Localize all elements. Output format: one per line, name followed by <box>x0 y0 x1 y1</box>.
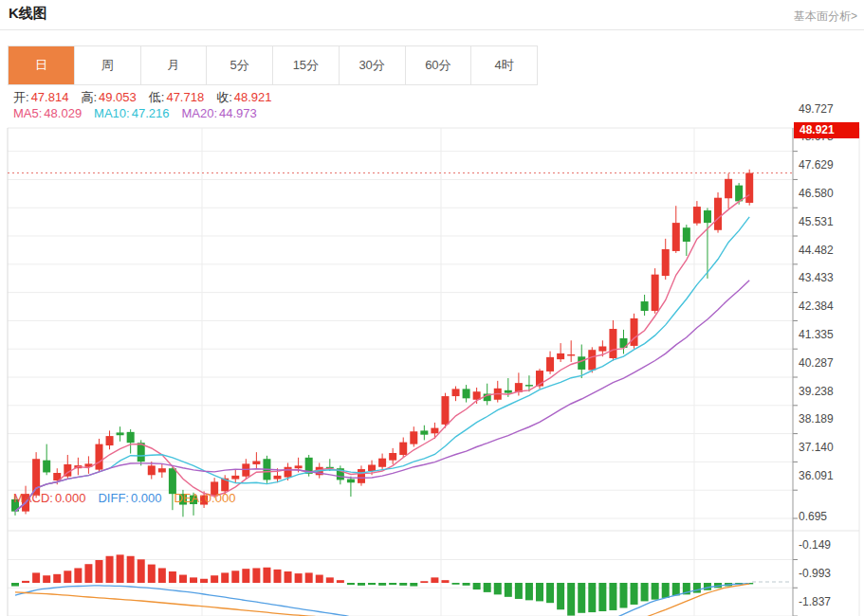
macd-hist-bar <box>200 579 208 583</box>
candle-body <box>285 467 292 478</box>
ma-readout: MA5:48.029MA10:47.216MA20:44.973 <box>13 106 269 120</box>
axis-tick-label: 49.727 <box>799 102 834 116</box>
candle-body <box>557 353 564 359</box>
candle-body <box>505 390 512 393</box>
macd-hist-bar <box>662 583 670 598</box>
tab-5分[interactable]: 5分 <box>207 46 273 84</box>
candle-body <box>588 350 596 370</box>
tab-周[interactable]: 周 <box>75 46 141 84</box>
macd-hist-bar <box>567 583 575 616</box>
candle-body <box>683 227 690 242</box>
candle-body <box>420 430 428 434</box>
candle-body <box>725 179 732 198</box>
ohlc-readout: 开:47.814高:49.053低:47.718收:48.921 <box>13 89 285 106</box>
macd-hist-bar <box>652 583 659 600</box>
macd-hist-bar <box>588 583 596 612</box>
candle-body <box>231 476 239 480</box>
tab-日[interactable]: 日 <box>9 46 75 84</box>
axis-tick-label: 45.531 <box>799 215 834 228</box>
macd-hist-bar <box>11 583 19 587</box>
axis-tick-label: 44.482 <box>799 244 834 257</box>
macd-hist-bar <box>148 565 156 583</box>
candle-body <box>95 444 102 470</box>
macd-hist-bar <box>53 574 61 583</box>
candle-body <box>378 459 386 467</box>
macd-hist-bar <box>169 571 176 583</box>
kline-widget: K线图 基本面分析> 日周月5分15分30分60分4时 开:47.814高:49… <box>0 0 864 616</box>
chart-area: 开:47.814高:49.053低:47.718收:48.921 MA5:48.… <box>0 85 864 609</box>
macd-hist-bar <box>316 575 323 583</box>
macd-hist-bar <box>399 583 407 586</box>
candle-body <box>106 436 114 445</box>
candle-body <box>745 173 753 203</box>
candle-body <box>598 347 606 352</box>
tab-4时[interactable]: 4时 <box>471 46 537 84</box>
candle-body <box>410 431 417 444</box>
macd-hist-bar <box>368 583 376 585</box>
readout-item: 高:49.053 <box>81 90 136 104</box>
macd-hist-bar <box>285 571 292 583</box>
macd-hist-bar <box>179 575 187 583</box>
macd-hist-bar <box>106 556 114 583</box>
axis-tick-label: -1.837 <box>799 595 831 608</box>
macd-hist-bar <box>378 583 386 586</box>
tab-30分[interactable]: 30分 <box>340 46 406 84</box>
axis-tick-label: 46.580 <box>799 187 834 200</box>
axis-tick-label: 39.238 <box>799 385 834 398</box>
candle-body <box>735 186 743 202</box>
ma20-line <box>15 281 749 512</box>
candle-body <box>148 465 156 475</box>
readout-item: 收:48.921 <box>216 90 271 104</box>
axis-tick-label: -0.993 <box>799 567 831 580</box>
macd-hist-bar <box>609 583 616 610</box>
macd-hist-bar <box>221 572 229 583</box>
candle-body <box>525 385 533 386</box>
readout-item: 低:47.718 <box>149 90 204 104</box>
macd-hist-bar <box>347 583 355 585</box>
candle-body <box>347 480 355 483</box>
axis-tick-label: 47.629 <box>799 158 834 172</box>
last-price-tag: 48.921 <box>794 122 859 138</box>
macd-hist-bar <box>431 577 438 583</box>
candle-body <box>389 453 396 461</box>
readout-item: DIFF:0.000 <box>98 491 161 505</box>
candle-body <box>274 476 282 480</box>
candle-body <box>609 329 616 358</box>
candle-body <box>463 389 470 398</box>
page-title: K线图 <box>9 5 47 23</box>
tab-60分[interactable]: 60分 <box>406 46 472 84</box>
tab-15分[interactable]: 15分 <box>273 46 340 84</box>
kline-chart-canvas[interactable] <box>0 85 864 616</box>
macd-hist-bar <box>117 554 124 583</box>
macd-hist-bar <box>452 583 460 585</box>
macd-hist-bar <box>473 583 481 589</box>
readout-item: 开:47.814 <box>13 90 68 104</box>
header-divider <box>0 29 864 30</box>
fundamental-analysis-link[interactable]: 基本面分析> <box>794 9 857 25</box>
candle-body <box>652 275 659 311</box>
macd-hist-bar <box>22 581 29 583</box>
axis-tick-label: 38.189 <box>799 412 834 426</box>
candle-body <box>368 464 376 471</box>
macd-hist-bar <box>389 583 396 585</box>
macd-hist-bar <box>505 583 512 597</box>
candle-body <box>567 354 575 355</box>
axis-tick-label: 43.433 <box>799 271 834 284</box>
macd-hist-bar <box>693 583 701 593</box>
readout-item: MA20:44.973 <box>181 106 256 120</box>
macd-hist-bar <box>598 583 606 611</box>
dea-line <box>15 584 749 616</box>
candle-body <box>714 198 722 230</box>
axis-tick-label: 41.335 <box>799 328 834 341</box>
macd-hist-bar <box>211 575 218 583</box>
candle-body <box>295 465 303 468</box>
macd-hist-bar <box>242 569 249 583</box>
candle-body <box>127 432 135 443</box>
macd-hist-bar <box>231 571 239 583</box>
macd-hist-bar <box>463 583 470 586</box>
macd-hist-bar <box>95 560 102 583</box>
axis-tick-label: 37.140 <box>799 441 834 454</box>
candle-body <box>578 356 585 370</box>
macd-hist-bar <box>557 583 564 609</box>
tab-月[interactable]: 月 <box>141 46 208 84</box>
